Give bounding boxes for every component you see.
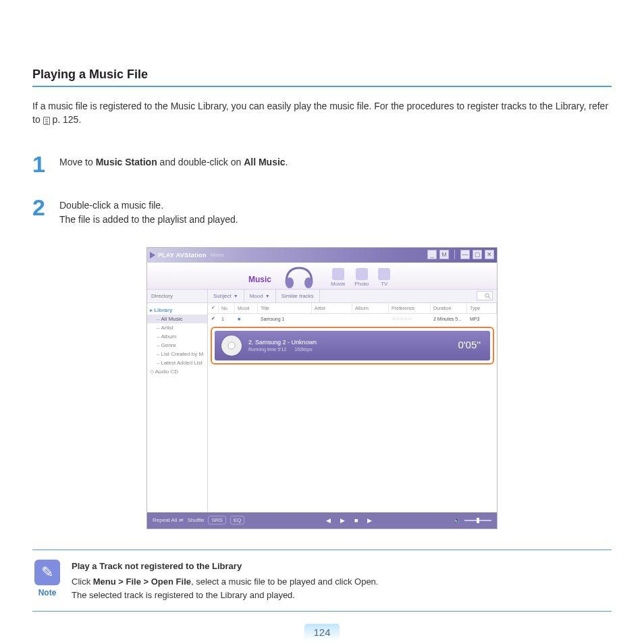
maximize-button[interactable]: ▢	[473, 250, 482, 259]
music-tab-label[interactable]: Music	[248, 275, 271, 284]
col-album[interactable]: Album	[352, 303, 389, 313]
cell: 2 Minutes 5...	[431, 314, 467, 324]
volume-slider[interactable]	[464, 520, 491, 521]
sidebar-library[interactable]: ▸ Library	[147, 306, 207, 315]
label: Latest Added List	[161, 360, 202, 366]
page-number-badge: 124	[304, 624, 340, 641]
page-ref-icon	[43, 117, 50, 125]
label: Artist	[161, 325, 173, 331]
stop-button[interactable]: ■	[354, 517, 358, 524]
player-left: Repeat All ⇌ Shuffle SRS EQ	[153, 516, 244, 525]
chevron-down-icon: ▼	[265, 294, 270, 298]
menu-button[interactable]: Menu	[211, 252, 224, 258]
col-no[interactable]: No	[219, 303, 235, 313]
tab-label: Movie	[331, 281, 345, 287]
directory-label: Directory	[147, 290, 208, 302]
note-label: Note	[32, 588, 62, 597]
tab-photo[interactable]: Photo	[354, 268, 369, 287]
col-mood[interactable]: Mood	[235, 303, 258, 313]
svg-point-1	[304, 277, 313, 288]
empty-area	[208, 367, 497, 512]
close-button[interactable]: ✕	[485, 250, 494, 259]
win-button[interactable]: _	[427, 250, 437, 259]
step-2: 2 Double-click a music file. The file is…	[32, 196, 612, 227]
tv-icon	[378, 268, 390, 280]
svg-line-3	[489, 296, 491, 298]
minimize-button[interactable]: —	[460, 250, 470, 259]
cell: 1	[219, 314, 235, 324]
app-title: PLAY AVStation	[158, 252, 207, 259]
track-row[interactable]: ✔ 1 ■ Samsung 1 ☆☆☆☆☆ 2 Minutes 5... MP3	[208, 314, 497, 324]
t: Music Station	[96, 157, 157, 167]
srs-button[interactable]: SRS	[208, 516, 225, 525]
shuffle-toggle[interactable]: Shuffle	[188, 517, 205, 523]
step-body: Double-click a music file. The file is a…	[59, 196, 238, 227]
elapsed-time: 0'05''	[458, 339, 481, 350]
next-button[interactable]: ▶	[367, 517, 372, 524]
label: Genre	[161, 342, 176, 348]
label: Subject	[213, 293, 232, 299]
headphones-icon	[282, 263, 316, 290]
sidebar-genre[interactable]: –Genre	[147, 341, 207, 350]
running-time: Running time 5'12	[248, 347, 286, 352]
note-box: ✎ Note Play a Track not registered to th…	[32, 549, 612, 612]
row-check[interactable]: ✔	[208, 314, 219, 324]
intro-pageref: p. 125.	[52, 114, 81, 125]
t: All Music	[244, 157, 285, 167]
sidebar-list-created[interactable]: –List Created by M	[147, 350, 207, 358]
col-check[interactable]: ✔	[208, 303, 219, 313]
toolbar: Directory Subject▼ Mood▼ Similar tracks	[147, 290, 497, 303]
label: Album	[161, 333, 176, 340]
volume-control: 🔈	[454, 517, 491, 523]
cell	[312, 314, 352, 324]
now-playing-row[interactable]: 2. Samsung 2 - Unknown Running time 5'12…	[215, 331, 490, 360]
search-input[interactable]	[477, 291, 493, 300]
col-duration[interactable]: Duration	[431, 303, 467, 313]
sidebar-all-music[interactable]: –All Music	[147, 315, 207, 323]
chevron-down-icon: ▼	[234, 294, 238, 298]
similar-tracks-button[interactable]: Similar tracks	[276, 290, 320, 302]
col-preference[interactable]: Preference	[389, 303, 431, 313]
track-list: ✔ No Mood Title Artist Album Preference …	[208, 303, 497, 512]
col-artist[interactable]: Artist	[312, 303, 352, 313]
sidebar-audio-cd[interactable]: ◇ Audio CD	[147, 367, 207, 376]
t: and double-click on	[157, 157, 244, 167]
titlebar: PLAY AVStation Menu _ M — ▢ ✕	[147, 248, 497, 263]
step-number: 1	[32, 153, 50, 176]
track-meta: Running time 5'12 192kbps	[248, 347, 319, 352]
step-body: Move to Music Station and double-click o…	[59, 153, 288, 176]
label: Library	[154, 307, 172, 313]
now-playing-info: 2. Samsung 2 - Unknown Running time 5'12…	[248, 339, 319, 352]
t: Menu > File > Open File	[93, 576, 191, 587]
play-button[interactable]: ▶	[340, 517, 345, 524]
svg-point-2	[485, 293, 489, 296]
movie-icon	[332, 268, 344, 280]
cell: Samsung 1	[258, 314, 312, 324]
note-line: Click Menu > File > Open File, select a …	[72, 575, 378, 589]
speaker-icon[interactable]: 🔈	[454, 517, 460, 523]
col-title[interactable]: Title	[258, 303, 312, 313]
highlight-callout: 2. Samsung 2 - Unknown Running time 5'12…	[211, 327, 494, 365]
win-button[interactable]: M	[439, 250, 449, 259]
label: Mood	[250, 293, 263, 299]
col-type[interactable]: Type	[467, 303, 497, 313]
tab-movie[interactable]: Movie	[331, 268, 345, 287]
content-body: ▸ Library –All Music –Artist –Album –Gen…	[147, 303, 497, 512]
note-line: The selected track is registered to the …	[72, 589, 378, 602]
sidebar-latest-added[interactable]: –Latest Added List	[147, 358, 207, 367]
eq-button[interactable]: EQ	[230, 516, 245, 525]
step-1: 1 Move to Music Station and double-click…	[32, 153, 612, 176]
step-line: The file is added to the playlist and pl…	[59, 213, 238, 227]
label: Audio CD	[155, 369, 178, 375]
player-bar: Repeat All ⇌ Shuffle SRS EQ ◀ ▶ ■ ▶ 🔈	[147, 512, 497, 529]
photo-icon	[356, 268, 368, 280]
sidebar-artist[interactable]: –Artist	[147, 323, 207, 332]
mood-dropdown[interactable]: Mood▼	[244, 290, 276, 302]
cell	[352, 314, 389, 324]
subject-dropdown[interactable]: Subject▼	[208, 290, 244, 302]
tab-tv[interactable]: TV	[378, 268, 390, 287]
repeat-toggle[interactable]: Repeat All ⇌	[153, 517, 184, 523]
sidebar-album[interactable]: –Album	[147, 332, 207, 341]
column-headers: ✔ No Mood Title Artist Album Preference …	[208, 303, 497, 314]
prev-button[interactable]: ◀	[326, 517, 331, 524]
